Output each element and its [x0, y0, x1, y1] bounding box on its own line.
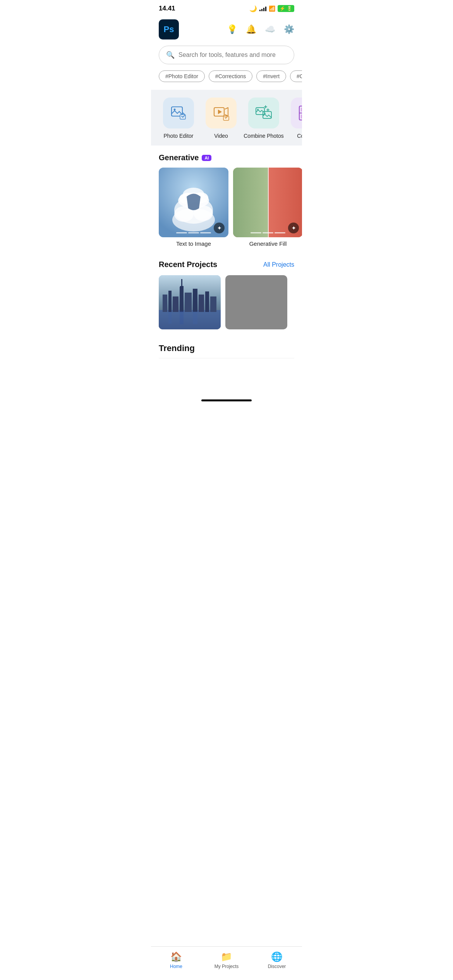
svg-rect-50 [163, 295, 167, 312]
moon-icon: 🌙 [249, 5, 257, 12]
status-bar: 14.41 🌙 📶 ⚡ 🔋 [151, 0, 302, 15]
svg-rect-53 [180, 287, 184, 312]
text-to-image-label: Text to Image [159, 240, 228, 247]
svg-rect-51 [168, 291, 172, 312]
search-input[interactable] [178, 51, 287, 58]
status-time: 14.41 [159, 5, 175, 12]
projects-grid [159, 275, 294, 329]
bell-icon[interactable]: 🔔 [246, 24, 256, 34]
wifi-icon: 📶 [269, 5, 275, 12]
tools-section: Photo Editor Video [151, 90, 302, 146]
status-icons: 🌙 📶 ⚡ 🔋 [249, 5, 294, 12]
svg-point-7 [257, 109, 259, 110]
svg-point-1 [174, 109, 176, 111]
tools-scroll: Photo Editor Video [151, 98, 302, 139]
svg-rect-60 [180, 286, 184, 289]
svg-point-9 [264, 113, 266, 114]
gen-ai-badge-2: ✦ [288, 223, 299, 233]
generative-title: Generative [159, 153, 199, 162]
header-icons: 💡 🔔 ☁️ ⚙️ [227, 24, 294, 34]
svg-rect-54 [185, 293, 192, 312]
svg-rect-61 [168, 312, 172, 324]
generative-section: Generative AI [151, 146, 302, 251]
search-bar[interactable]: 🔍 [159, 46, 294, 64]
ps-logo[interactable]: Ps [159, 19, 179, 39]
svg-rect-55 [193, 289, 197, 312]
combine-photos-label: Combine Photos [244, 132, 284, 139]
recent-projects-section: Recent Projects All Projects [151, 251, 302, 336]
collage-label: Collage [297, 132, 302, 139]
svg-rect-52 [173, 296, 178, 312]
svg-rect-13 [301, 108, 302, 111]
svg-rect-62 [180, 311, 184, 324]
collage-icon-box [291, 98, 302, 128]
ai-badge: AI [202, 155, 211, 161]
video-label: Video [214, 132, 228, 139]
svg-marker-4 [218, 110, 222, 114]
tag-combining[interactable]: #Combining [290, 70, 302, 82]
recent-projects-title: Recent Projects [159, 260, 217, 269]
signal-bars-icon [259, 6, 266, 11]
svg-rect-49 [159, 310, 221, 329]
generative-fill-thumbnail: ✦ [233, 168, 302, 237]
app-header: Ps 💡 🔔 ☁️ ⚙️ [151, 15, 302, 46]
tool-photo-editor[interactable]: Photo Editor [157, 98, 200, 139]
photo-editor-label: Photo Editor [163, 132, 193, 139]
search-container: 🔍 [151, 46, 302, 70]
text-to-image-thumbnail: ✦ [159, 168, 228, 237]
recent-projects-header: Recent Projects All Projects [159, 260, 294, 269]
svg-rect-15 [301, 115, 302, 118]
gen-card-text-to-image[interactable]: ✦ Text to Image [159, 168, 228, 247]
cloud-icon[interactable]: ☁️ [265, 24, 275, 34]
combine-icon-box [248, 98, 279, 128]
lightbulb-icon[interactable]: 💡 [227, 24, 237, 34]
video-svg-icon [213, 105, 230, 122]
collage-svg-icon [298, 105, 302, 122]
tag-invert[interactable]: #Invert [256, 70, 286, 82]
svg-rect-57 [205, 291, 209, 312]
svg-rect-56 [199, 295, 204, 312]
trending-section: Trending [151, 336, 302, 397]
settings-icon[interactable]: ⚙️ [284, 24, 294, 34]
photo-editor-svg-icon [170, 105, 187, 122]
gen-card-generative-fill[interactable]: ✦ Generative Fill [233, 168, 302, 247]
tool-video[interactable]: Video [200, 98, 242, 139]
battery-icon: ⚡ 🔋 [278, 5, 294, 12]
video-icon-box [206, 98, 237, 128]
city-skyline-svg [159, 275, 221, 329]
tool-combine-photos[interactable]: Combine Photos [242, 98, 285, 139]
generative-fill-slider [251, 232, 285, 233]
tags-container: #Photo Editor #Corrections #Invert #Comb… [151, 70, 302, 90]
generative-fill-label: Generative Fill [233, 240, 302, 247]
project-thumb-city[interactable] [159, 275, 221, 329]
svg-rect-58 [210, 296, 216, 312]
project-thumb-gray[interactable] [225, 275, 287, 329]
home-indicator-bar [201, 399, 252, 401]
tag-photo-editor[interactable]: #Photo Editor [159, 70, 205, 82]
gen-ai-badge-1: ✦ [214, 223, 225, 233]
photo-editor-icon-box [163, 98, 194, 128]
generative-scroll: ✦ Text to Image [151, 168, 302, 247]
trending-title: Trending [159, 343, 294, 358]
svg-point-29 [172, 208, 215, 231]
all-projects-link[interactable]: All Projects [263, 261, 294, 268]
tool-collage[interactable]: Collage [285, 98, 302, 139]
generative-header: Generative AI [151, 153, 302, 168]
svg-rect-30 [233, 168, 268, 237]
search-icon: 🔍 [166, 51, 175, 59]
svg-rect-63 [193, 312, 197, 324]
tag-corrections[interactable]: #Corrections [209, 70, 252, 82]
slider-indicator [176, 232, 211, 233]
combine-svg-icon [255, 105, 272, 122]
